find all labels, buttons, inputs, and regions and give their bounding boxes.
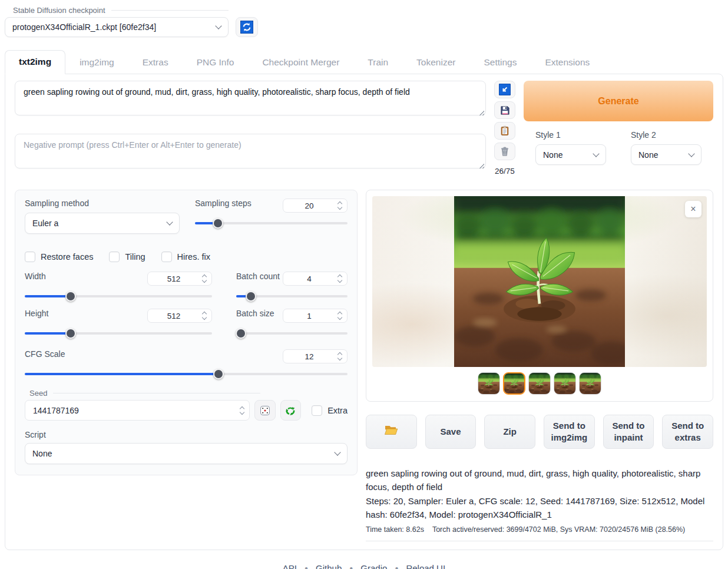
tab-txt2img[interactable]: txt2img xyxy=(5,50,65,74)
save-button[interactable]: Save xyxy=(425,415,476,449)
width-input[interactable]: 512 xyxy=(147,272,212,286)
style1-label: Style 1 xyxy=(535,130,606,140)
feature-checkbox-row: Restore facesTilingHires. fix xyxy=(25,252,348,262)
stepper-icon[interactable] xyxy=(237,407,249,414)
apply-style-button[interactable] xyxy=(494,122,515,140)
tab-extensions[interactable]: Extensions xyxy=(531,50,604,74)
stepper-icon[interactable] xyxy=(335,312,347,319)
zip-button[interactable]: Zip xyxy=(484,415,535,449)
footer-link-reload-ui[interactable]: Reload UI xyxy=(406,563,445,569)
sampling-method-dropdown[interactable]: Euler a xyxy=(25,213,180,234)
reuse-seed-button[interactable] xyxy=(280,400,301,421)
tab-tokenizer[interactable]: Tokenizer xyxy=(402,50,469,74)
checkbox-box[interactable] xyxy=(109,252,120,262)
slider-thumb[interactable] xyxy=(213,369,224,379)
seed-label: Seed xyxy=(25,389,260,398)
slider-thumb[interactable] xyxy=(236,328,246,339)
gallery-thumbnail-1[interactable] xyxy=(478,372,500,395)
info-prompt: green sapling rowing out of ground, mud,… xyxy=(366,467,713,494)
checkbox-box[interactable] xyxy=(312,405,322,416)
seed-group: Seed 1441787169 xyxy=(25,389,348,421)
sampling-steps-input[interactable]: 20 xyxy=(283,199,348,213)
checkbox-box[interactable] xyxy=(161,252,172,262)
batch-count-slider[interactable] xyxy=(236,291,348,302)
save-style-button[interactable] xyxy=(494,101,515,119)
checkpoint-dropdown[interactable]: protogenX34OfficialR_1.ckpt [60fe2f34] xyxy=(5,17,229,37)
stepper-icon[interactable] xyxy=(335,353,347,360)
footer-link-github[interactable]: Github xyxy=(316,563,342,569)
script-dropdown[interactable]: None xyxy=(25,443,348,464)
slider-thumb[interactable] xyxy=(65,328,76,339)
sampling-method-value: Euler a xyxy=(32,219,58,228)
batch-size-group: Batch size 1 xyxy=(236,309,348,339)
send-to-inpaint-button[interactable]: Send to inpaint xyxy=(603,415,654,449)
batch-size-slider[interactable] xyxy=(236,328,348,339)
checkbox-tiling[interactable]: Tiling xyxy=(109,252,145,262)
slider-thumb[interactable] xyxy=(213,218,223,229)
height-input[interactable]: 512 xyxy=(147,309,212,323)
sampling-method-label: Sampling method xyxy=(25,199,180,208)
width-value: 512 xyxy=(148,274,200,283)
stepper-icon[interactable] xyxy=(200,312,211,319)
generate-column: Generate Style 1 None Style 2 None xyxy=(524,81,713,176)
cfg-scale-input[interactable]: 12 xyxy=(283,349,348,363)
floppy-disk-icon xyxy=(499,105,511,116)
tab-checkpoint-merger[interactable]: Checkpoint Merger xyxy=(248,50,353,74)
checkbox-box[interactable] xyxy=(25,252,35,262)
batch-count-input[interactable]: 4 xyxy=(283,272,348,286)
tab-extras[interactable]: Extras xyxy=(128,50,183,74)
sapling-image xyxy=(580,373,601,394)
paste-params-button[interactable] xyxy=(494,81,515,98)
gallery-thumbnail-3[interactable] xyxy=(528,372,551,395)
open-output-folder-button[interactable] xyxy=(366,415,417,449)
info-params: Steps: 20, Sampler: Euler a, CFG scale: … xyxy=(366,494,713,522)
slider-thumb[interactable] xyxy=(246,291,256,302)
tab-img2img[interactable]: img2img xyxy=(65,50,128,74)
extra-seed-checkbox[interactable]: Extra xyxy=(312,405,348,416)
seed-value: 1441787169 xyxy=(25,406,237,415)
checkpoint-value: protogenX34OfficialR_1.ckpt [60fe2f34] xyxy=(12,22,156,32)
footer-link-gradio[interactable]: Gradio xyxy=(360,563,387,569)
generation-settings-panel: Sampling method Euler a Sampling steps 2… xyxy=(15,190,358,475)
tab-train[interactable]: Train xyxy=(353,50,402,74)
random-seed-button[interactable] xyxy=(254,400,275,421)
style2-dropdown[interactable]: None xyxy=(631,144,701,165)
gallery-thumbnail-2[interactable] xyxy=(503,372,525,395)
close-gallery-button[interactable]: × xyxy=(685,201,701,217)
tab-settings[interactable]: Settings xyxy=(469,50,531,74)
stepper-icon[interactable] xyxy=(335,275,347,282)
prompt-input[interactable]: green sapling rowing out of ground, mud,… xyxy=(15,81,486,115)
checkpoint-header: Stable Diffusion checkpoint protogenX34O… xyxy=(0,6,728,37)
slider-thumb[interactable] xyxy=(65,291,76,302)
stepper-icon[interactable] xyxy=(200,275,211,282)
checkbox-restore-faces[interactable]: Restore faces xyxy=(25,252,93,262)
send-to-img2img-button[interactable]: Send to img2img xyxy=(544,415,595,449)
seed-input[interactable]: 1441787169 xyxy=(25,400,250,421)
batch-size-value: 1 xyxy=(283,312,335,320)
checkbox-hires-fix[interactable]: Hires. fix xyxy=(161,252,210,262)
checkbox-label: Restore faces xyxy=(41,252,93,262)
batch-size-input[interactable]: 1 xyxy=(283,309,348,323)
send-to-extras-button[interactable]: Send to extras xyxy=(662,415,713,449)
generated-image[interactable] xyxy=(454,196,625,367)
cfg-scale-slider[interactable] xyxy=(25,369,348,379)
gallery-thumbnail-4[interactable] xyxy=(554,372,576,395)
width-slider[interactable] xyxy=(25,291,212,302)
tab-png-info[interactable]: PNG Info xyxy=(183,50,249,74)
style1-dropdown[interactable]: None xyxy=(535,144,606,165)
dimensions-grid: Width 512 Batch count xyxy=(25,272,348,339)
sampling-steps-value: 20 xyxy=(283,201,335,210)
footer-link-api[interactable]: API xyxy=(283,563,297,569)
clear-prompt-button[interactable] xyxy=(494,143,515,160)
prompt-column: green sapling rowing out of ground, mud,… xyxy=(15,81,486,176)
sapling-image xyxy=(454,196,625,367)
refresh-checkpoints-button[interactable] xyxy=(236,17,258,37)
style2-group: Style 2 None xyxy=(631,130,701,165)
gallery-thumbnail-5[interactable] xyxy=(579,372,601,395)
sampling-steps-slider[interactable] xyxy=(195,218,348,229)
negative-prompt-input[interactable] xyxy=(15,134,486,168)
generate-button[interactable]: Generate xyxy=(524,81,713,121)
sapling-image xyxy=(478,373,499,394)
stepper-icon[interactable] xyxy=(335,202,347,209)
height-slider[interactable] xyxy=(25,328,212,339)
